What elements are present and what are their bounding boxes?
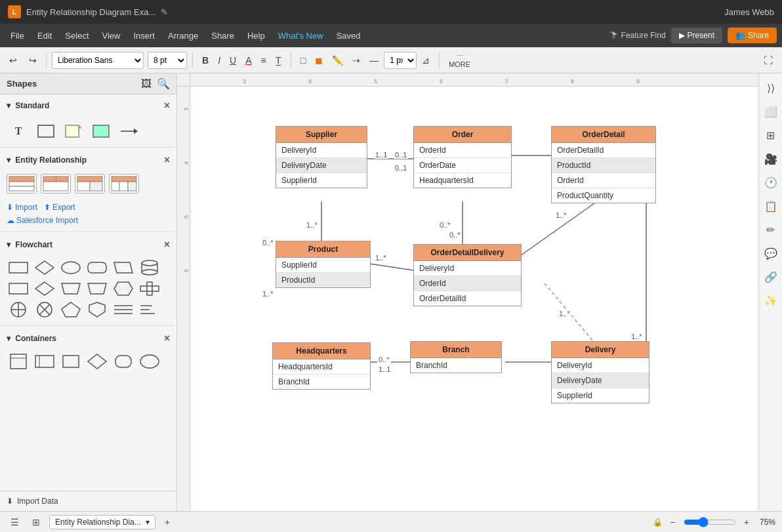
fc-rect2[interactable] <box>7 279 30 298</box>
fc-pentagon[interactable] <box>59 300 83 319</box>
bold-button[interactable]: B <box>198 52 213 68</box>
entity-supplier[interactable]: Supplier DeliveryId DeliveryDate Supplie… <box>276 126 367 188</box>
process-shape[interactable] <box>89 122 113 140</box>
fc-hexagon[interactable] <box>112 279 135 298</box>
fc-list[interactable] <box>112 300 135 319</box>
right-time-btn[interactable]: 🕐 <box>762 173 780 192</box>
standard-section[interactable]: ▾ Standard × <box>0 94 176 117</box>
rect-shape[interactable] <box>34 122 58 140</box>
zoom-in-btn[interactable]: + <box>740 515 753 529</box>
fc-diamond2[interactable] <box>33 279 56 298</box>
cont-rounded[interactable] <box>112 352 135 371</box>
connection-style-button[interactable]: ⇢ <box>348 52 364 68</box>
tab-name[interactable]: Entity Relationship Dia... ▾ <box>49 515 155 529</box>
cont-vertical[interactable] <box>7 352 30 371</box>
canvas-area[interactable]: 3 4 5 6 7 8 9 3 4 5 6 <box>177 73 758 511</box>
font-size-select[interactable]: 8 pt <box>148 52 187 69</box>
fc-circle-x[interactable] <box>33 300 56 319</box>
font-color-button[interactable]: A <box>241 52 255 68</box>
er-canvas[interactable]: 1..1 0..1 0..1 1..* 0..* 1..* 1..* 1..* … <box>190 87 758 511</box>
right-magic-btn[interactable]: ✨ <box>762 291 780 310</box>
fc-inverted-trapezoid[interactable] <box>85 279 109 298</box>
shapes-search-btn[interactable]: 🔍 <box>157 77 170 90</box>
fc-rect[interactable] <box>7 258 30 277</box>
present-button[interactable]: ▶ Present <box>671 28 722 43</box>
er-table3[interactable] <box>75 174 105 194</box>
align-left-button[interactable]: ≡ <box>257 52 270 68</box>
salesforce-import-link[interactable]: ☁ Salesforce Import <box>7 216 170 225</box>
arrow-shape[interactable] <box>117 122 140 140</box>
menu-whats-new[interactable]: What's New <box>273 28 329 43</box>
zoom-slider[interactable] <box>684 517 736 527</box>
line-width-select[interactable]: 1 px <box>384 52 417 69</box>
right-comment-btn[interactable]: 💬 <box>762 244 780 262</box>
right-grid-btn[interactable]: ⊞ <box>762 126 780 144</box>
fullscreen-button[interactable]: ⛶ <box>760 52 777 68</box>
line-color-button[interactable]: ✏️ <box>328 52 347 68</box>
tab-arrow[interactable]: ▾ <box>146 518 150 527</box>
fc-circle-cross[interactable] <box>7 300 30 319</box>
entity-orderdetaildelivery[interactable]: OrderDetailDelivery DeliveryId OrderId O… <box>413 244 522 306</box>
export-link[interactable]: ⬆ Export <box>44 203 75 212</box>
fill-button[interactable]: □ <box>297 52 310 68</box>
redo-button[interactable]: ↪ <box>25 52 41 68</box>
entity-branch[interactable]: Branch BranchId <box>410 341 502 373</box>
fc-oval[interactable] <box>59 258 83 277</box>
zoom-out-btn[interactable]: − <box>667 515 680 529</box>
fc-rounded-rect[interactable] <box>85 258 109 277</box>
menu-file[interactable]: File <box>5 28 30 43</box>
flowchart-close-btn[interactable]: × <box>164 239 170 251</box>
er-table4[interactable] <box>109 174 139 194</box>
right-edit-btn[interactable]: ✏ <box>762 220 780 239</box>
er-close-btn[interactable]: × <box>164 154 170 166</box>
font-family-select[interactable]: Liberation Sans <box>52 52 144 69</box>
waypoint-button[interactable]: ⊿ <box>418 52 434 68</box>
er-table1[interactable] <box>7 174 37 194</box>
entity-delivery[interactable]: Delivery DeliveryId DeliveryDate Supplie… <box>551 341 649 403</box>
cont-diamond[interactable] <box>85 352 109 371</box>
right-pages-btn[interactable]: ⬜ <box>762 102 780 121</box>
more-button[interactable]: ⋯MORE <box>445 49 474 71</box>
right-layers-btn[interactable]: 📋 <box>762 197 780 215</box>
entity-headquarters[interactable]: Headquarters HeadquartersId BranchId <box>272 342 371 390</box>
shapes-image-btn[interactable]: 🖼 <box>141 77 152 90</box>
note-shape[interactable] <box>62 122 85 140</box>
menu-arrange[interactable]: Arrange <box>163 28 203 43</box>
fill-color-button[interactable]: ◼ <box>311 52 327 68</box>
list-view-btn[interactable]: ☰ <box>7 515 23 529</box>
containers-close-btn[interactable]: × <box>164 333 170 344</box>
add-page-btn[interactable]: + <box>161 515 174 529</box>
flowchart-section[interactable]: ▾ Flowchart × <box>0 234 176 256</box>
fc-trapezoid[interactable] <box>59 279 83 298</box>
menu-edit[interactable]: Edit <box>32 28 57 43</box>
entity-product[interactable]: Product SupplierId ProductId <box>276 241 371 288</box>
text-format-button[interactable]: T̲ <box>272 52 285 68</box>
standard-close-btn[interactable]: × <box>164 100 170 112</box>
text-shape[interactable]: T <box>7 122 30 140</box>
er-table2[interactable] <box>41 174 71 194</box>
menu-view[interactable]: View <box>97 28 126 43</box>
fc-cylinder[interactable] <box>138 258 161 277</box>
share-button[interactable]: 👥 Share <box>728 28 777 43</box>
menu-insert[interactable]: Insert <box>128 28 160 43</box>
grid-view-btn[interactable]: ⊞ <box>28 515 44 529</box>
entity-order[interactable]: Order OrderId OrderDate HeadquartersId <box>413 126 512 188</box>
fc-diamond[interactable] <box>33 258 56 277</box>
cont-ellipse[interactable] <box>138 352 161 371</box>
import-link[interactable]: ⬇ Import <box>7 203 37 212</box>
fc-shield[interactable] <box>85 300 109 319</box>
cont-rect[interactable] <box>59 352 83 371</box>
right-connect-btn[interactable]: 🔗 <box>762 268 780 286</box>
er-section[interactable]: ▾ Entity Relationship × <box>0 149 176 171</box>
cont-horizontal[interactable] <box>33 352 56 371</box>
right-collapse-btn[interactable]: ⟩⟩ <box>762 79 780 97</box>
undo-button[interactable]: ↩ <box>5 52 21 68</box>
menu-help[interactable]: Help <box>242 28 270 43</box>
menu-select[interactable]: Select <box>60 28 94 43</box>
import-data-btn[interactable]: ⬇ Import Data <box>0 491 176 511</box>
italic-button[interactable]: I <box>214 52 224 68</box>
line-style-button[interactable]: — <box>365 52 382 68</box>
underline-button[interactable]: U <box>226 52 240 68</box>
right-zoom-btn[interactable]: 🎥 <box>762 150 780 168</box>
fc-lines[interactable] <box>138 300 161 319</box>
